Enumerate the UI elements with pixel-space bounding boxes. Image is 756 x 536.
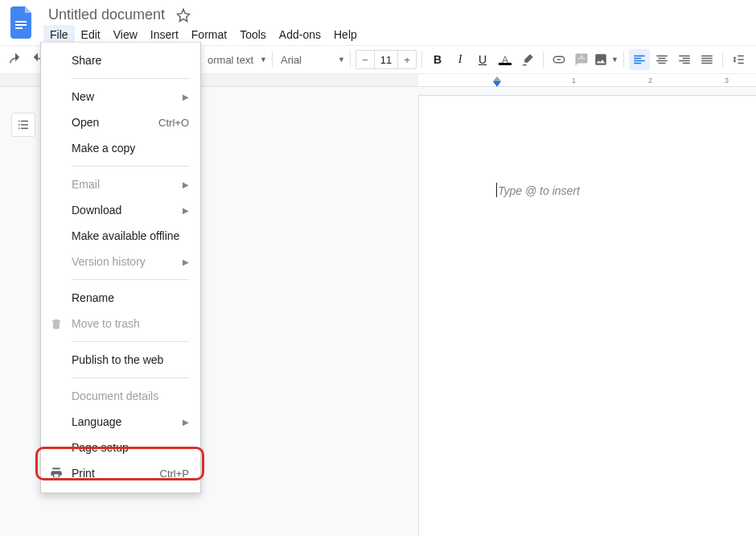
- star-icon[interactable]: [176, 8, 191, 23]
- ruler-left-indent-icon[interactable]: [493, 81, 501, 87]
- submenu-arrow-icon: ▶: [183, 93, 189, 101]
- file-menu-open-label: Open: [72, 116, 99, 129]
- file-menu-print-shortcut: Ctrl+P: [160, 468, 189, 480]
- highlight-color-button[interactable]: [517, 49, 538, 70]
- chevron-down-icon: ▼: [611, 56, 618, 64]
- docs-logo[interactable]: [6, 6, 39, 39]
- paragraph-style-dropdown[interactable]: ormal text ▼: [204, 54, 267, 66]
- ruler-tick-3: 3: [725, 76, 729, 85]
- font-size-decrease[interactable]: −: [356, 51, 374, 68]
- file-menu-language-label: Language: [72, 415, 121, 428]
- svg-rect-2: [15, 27, 23, 29]
- trash-icon: [49, 316, 64, 331]
- chevron-down-icon: ▼: [260, 56, 267, 64]
- file-menu-new-label: New: [72, 90, 94, 103]
- file-menu-print-label: Print: [72, 467, 95, 480]
- svg-rect-0: [15, 21, 27, 23]
- file-menu-share[interactable]: Share: [41, 47, 200, 73]
- insert-link-button[interactable]: [549, 49, 569, 70]
- font-size-value[interactable]: 11: [374, 51, 398, 68]
- insert-comment-button[interactable]: [571, 49, 592, 70]
- align-center-button[interactable]: [651, 49, 672, 70]
- file-menu-rename-label: Rename: [72, 291, 114, 304]
- page-placeholder: Type @ to insert: [498, 184, 580, 197]
- file-menu-version-history-label: Version history: [72, 255, 146, 268]
- text-color-swatch: [499, 63, 512, 65]
- menu-tools[interactable]: Tools: [233, 25, 273, 44]
- insert-image-button[interactable]: ▼: [594, 49, 618, 70]
- file-menu-publish-label: Publish to the web: [72, 353, 163, 366]
- file-menu-rename[interactable]: Rename: [41, 285, 200, 311]
- file-menu-share-label: Share: [72, 54, 101, 67]
- docs-icon: [10, 6, 35, 39]
- title-column: Untitled document File Edit View Insert …: [43, 5, 364, 44]
- file-menu-make-offline[interactable]: Make available offline: [41, 223, 200, 249]
- align-right-button[interactable]: [674, 49, 695, 70]
- file-menu-document-details-label: Document details: [72, 390, 158, 402]
- paragraph-style-label: ormal text: [204, 54, 257, 66]
- document-outline-button[interactable]: [11, 113, 35, 137]
- file-menu-email[interactable]: Email ▶: [41, 171, 200, 197]
- file-menu-language[interactable]: Language ▶: [41, 409, 200, 435]
- font-family-dropdown[interactable]: Arial ▼: [277, 54, 345, 66]
- align-left-button[interactable]: [629, 49, 650, 70]
- file-menu-make-copy[interactable]: Make a copy: [41, 135, 200, 161]
- line-spacing-button[interactable]: [728, 49, 749, 70]
- bold-button[interactable]: B: [427, 49, 448, 70]
- text-cursor: [496, 183, 497, 197]
- submenu-arrow-icon: ▶: [183, 180, 189, 189]
- file-menu-page-setup[interactable]: Page setup: [41, 435, 200, 460]
- align-justify-button[interactable]: [696, 49, 717, 70]
- underline-button[interactable]: U: [472, 49, 493, 70]
- file-menu-download[interactable]: Download ▶: [41, 197, 200, 223]
- file-menu-document-details[interactable]: Document details: [41, 383, 200, 409]
- submenu-arrow-icon: ▶: [183, 206, 189, 215]
- menu-addons[interactable]: Add-ons: [273, 25, 327, 44]
- ruler-tick-1: 1: [572, 76, 576, 85]
- header: Untitled document File Edit View Insert …: [0, 0, 756, 45]
- ruler-tick-2: 2: [648, 76, 652, 85]
- file-menu-make-copy-label: Make a copy: [72, 142, 135, 155]
- file-menu-open-shortcut: Ctrl+O: [158, 117, 189, 129]
- undo-button[interactable]: [5, 49, 26, 70]
- file-menu-download-label: Download: [72, 204, 121, 216]
- file-menu-version-history[interactable]: Version history ▶: [41, 249, 200, 274]
- italic-button[interactable]: I: [450, 49, 470, 70]
- font-size-stepper: − 11 +: [355, 50, 417, 69]
- file-menu-new[interactable]: New ▶: [41, 84, 200, 109]
- file-menu-dropdown: Share New ▶ Open Ctrl+O Make a copy Emai…: [40, 42, 201, 493]
- document-title[interactable]: Untitled document: [43, 6, 170, 23]
- menu-help[interactable]: Help: [327, 25, 364, 44]
- print-icon: [49, 466, 64, 480]
- chevron-down-icon: ▼: [338, 56, 345, 64]
- text-color-button[interactable]: A: [495, 49, 516, 70]
- submenu-arrow-icon: ▶: [183, 418, 189, 427]
- file-menu-move-to-trash[interactable]: Move to trash: [41, 311, 200, 336]
- submenu-arrow-icon: ▶: [183, 258, 189, 266]
- svg-rect-1: [15, 24, 27, 26]
- title-row: Untitled document: [43, 6, 364, 23]
- font-size-increase[interactable]: +: [398, 51, 416, 68]
- font-family-label: Arial: [277, 54, 305, 66]
- file-menu-publish[interactable]: Publish to the web: [41, 347, 200, 373]
- file-menu-open[interactable]: Open Ctrl+O: [41, 109, 200, 135]
- file-menu-page-setup-label: Page setup: [72, 441, 129, 454]
- file-menu-print[interactable]: Print Ctrl+P: [41, 460, 200, 486]
- file-menu-make-offline-label: Make available offline: [72, 229, 179, 242]
- file-menu-email-label: Email: [72, 178, 100, 191]
- file-menu-move-to-trash-label: Move to trash: [72, 317, 140, 330]
- document-page[interactable]: Type @ to insert: [418, 95, 756, 536]
